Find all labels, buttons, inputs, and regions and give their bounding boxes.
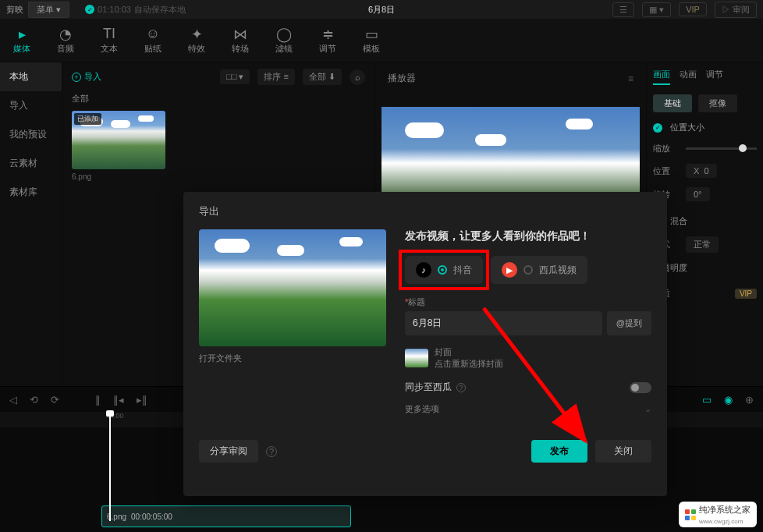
- watermark-icon: [685, 509, 696, 520]
- pos-size-checkbox[interactable]: ✓: [653, 123, 662, 133]
- position-label: 位置: [653, 165, 681, 177]
- sort-ctrl[interactable]: 排序 ≡: [257, 69, 294, 85]
- project-title[interactable]: 6月8日: [368, 4, 395, 16]
- timeline-clip[interactable]: 6.png 00:00:05:00: [101, 505, 351, 527]
- watermark: 纯净系统之家 www.cwgzj.com: [679, 502, 757, 527]
- tool-sticker[interactable]: ☺贴纸: [131, 26, 175, 55]
- prop-tab-adjust[interactable]: 调节: [706, 69, 723, 85]
- review-button[interactable]: ▷ 审阅: [715, 2, 757, 18]
- quality-vip-badge: VIP: [735, 289, 757, 299]
- sidebar-item-preset[interactable]: 我的预设: [0, 120, 62, 149]
- media-sidebar: 本地 导入 我的预设 云素材 素材库: [0, 62, 62, 386]
- audio-icon: ◔: [44, 26, 87, 41]
- autosave-status: ✓ 01:10:03 自动保存本地: [85, 4, 186, 16]
- prop-sub-basic[interactable]: 基础: [653, 94, 692, 112]
- sticker-icon: ☺: [131, 26, 175, 41]
- tool-audio[interactable]: ◔音频: [44, 26, 87, 55]
- tl-tool-2[interactable]: ◉: [724, 394, 733, 406]
- plus-icon: +: [72, 73, 81, 82]
- tl-back[interactable]: ◁: [9, 394, 17, 406]
- all-label: 全部: [72, 93, 365, 105]
- cover-hint[interactable]: 点击重新选择封面: [435, 358, 503, 370]
- sidebar-item-cloud[interactable]: 云素材: [0, 149, 62, 178]
- tool-tabs: ▸媒体 ◔音频 TI文本 ☺贴纸 ✦特效 ⋈转场 ◯滤镜 ≑调节 ▭模板: [0, 19, 763, 62]
- sync-xigua-switch[interactable]: [630, 382, 651, 393]
- menu-dropdown[interactable]: 菜单 ▾: [28, 2, 69, 18]
- search-button[interactable]: ⌕: [350, 69, 365, 85]
- tl-split-2[interactable]: ‖◂: [113, 394, 124, 406]
- close-button[interactable]: 关闭: [595, 440, 651, 463]
- clip-duration: 00:00:05:00: [131, 512, 172, 521]
- player-title: 播放器: [388, 72, 416, 85]
- tl-undo[interactable]: ⟲: [30, 394, 38, 406]
- template-icon: ▭: [350, 26, 393, 41]
- export-preview: [199, 229, 386, 346]
- prop-sub-matting[interactable]: 抠像: [698, 94, 737, 112]
- transition-icon: ⋈: [218, 26, 262, 41]
- share-review-button[interactable]: 分享审阅: [199, 440, 258, 463]
- scale-slider[interactable]: [686, 147, 757, 150]
- scale-label: 缩放: [653, 143, 681, 154]
- tl-tool-1[interactable]: ▭: [702, 394, 712, 406]
- platform-xigua[interactable]: ▶ 西瓜视频: [491, 256, 587, 284]
- publish-headline: 发布视频，让更多人看到你的作品吧！: [405, 229, 651, 243]
- autosave-time: 01:10:03: [98, 5, 131, 14]
- player-menu-icon[interactable]: ≡: [628, 73, 633, 84]
- layout-icon-2[interactable]: ▦ ▾: [642, 2, 671, 17]
- open-folder-link[interactable]: 打开文件夹: [199, 353, 386, 364]
- cover-thumb[interactable]: [405, 349, 428, 367]
- media-thumb[interactable]: 已添加: [72, 111, 165, 169]
- platform-douyin[interactable]: ♪ 抖音: [405, 256, 483, 284]
- prop-tab-animation[interactable]: 动画: [680, 69, 697, 85]
- douyin-label: 抖音: [453, 264, 472, 277]
- effect-icon: ✦: [175, 26, 218, 41]
- tool-media[interactable]: ▸媒体: [0, 26, 44, 55]
- more-options[interactable]: 更多选项 ⌄: [405, 403, 651, 415]
- watermark-url: www.cwgzj.com: [699, 518, 743, 525]
- cover-label: 封面: [435, 346, 503, 358]
- x-input[interactable]: X 0: [686, 164, 717, 178]
- title-field-label: 标题: [408, 297, 425, 307]
- watermark-text: 纯净系统之家: [699, 505, 751, 514]
- tl-tool-3[interactable]: ⊕: [745, 394, 754, 406]
- mention-button[interactable]: @提到: [607, 311, 651, 335]
- filter-ctrl[interactable]: 全部 ⬇: [303, 69, 342, 85]
- tl-redo[interactable]: ⟳: [51, 394, 59, 406]
- share-help-icon[interactable]: ?: [266, 446, 277, 457]
- prop-tab-picture[interactable]: 画面: [653, 69, 670, 85]
- douyin-radio[interactable]: [438, 265, 447, 275]
- tool-filter[interactable]: ◯滤镜: [262, 26, 306, 55]
- layout-icon-1[interactable]: ☰: [612, 2, 634, 17]
- adjust-icon: ≑: [306, 26, 350, 41]
- filter-icon: ◯: [262, 26, 306, 41]
- tool-effect[interactable]: ✦特效: [175, 26, 218, 55]
- view-mode-ctrl[interactable]: □□ ▾: [220, 69, 250, 84]
- playhead[interactable]: [109, 412, 111, 521]
- tool-adjust[interactable]: ≑调节: [306, 26, 350, 55]
- tool-transition[interactable]: ⋈转场: [218, 26, 262, 55]
- media-icon: ▸: [0, 26, 44, 41]
- sidebar-item-import[interactable]: 导入: [0, 91, 62, 120]
- tl-split-3[interactable]: ▸‖: [137, 394, 147, 406]
- export-modal: 导出 打开文件夹 发布视频，让更多人看到你的作品吧！ ♪ 抖音 ▶: [183, 192, 667, 496]
- vip-button[interactable]: VIP: [679, 2, 707, 16]
- douyin-icon: ♪: [416, 262, 431, 278]
- tool-text[interactable]: TI文本: [87, 26, 131, 55]
- tool-template[interactable]: ▭模板: [350, 26, 393, 55]
- app-logo: 剪映: [6, 4, 23, 16]
- rotate-input[interactable]: 0°: [686, 187, 710, 201]
- sidebar-item-local[interactable]: 本地: [0, 62, 62, 91]
- thumb-name: 6.png: [72, 172, 365, 181]
- xigua-radio[interactable]: [523, 265, 533, 275]
- title-input[interactable]: [405, 311, 602, 335]
- tl-split-1[interactable]: ‖: [95, 394, 101, 406]
- blend-mode-select[interactable]: 正常: [686, 236, 719, 253]
- highlight-box: ♪ 抖音: [399, 250, 489, 290]
- sidebar-item-library[interactable]: 素材库: [0, 178, 62, 207]
- help-icon[interactable]: ?: [456, 383, 466, 392]
- import-button[interactable]: +导入: [72, 71, 101, 83]
- pos-size-label: 位置大小: [670, 122, 704, 133]
- publish-button[interactable]: 发布: [531, 440, 587, 463]
- modal-title: 导出: [199, 204, 651, 218]
- sync-xigua-label: 同步至西瓜: [405, 381, 452, 394]
